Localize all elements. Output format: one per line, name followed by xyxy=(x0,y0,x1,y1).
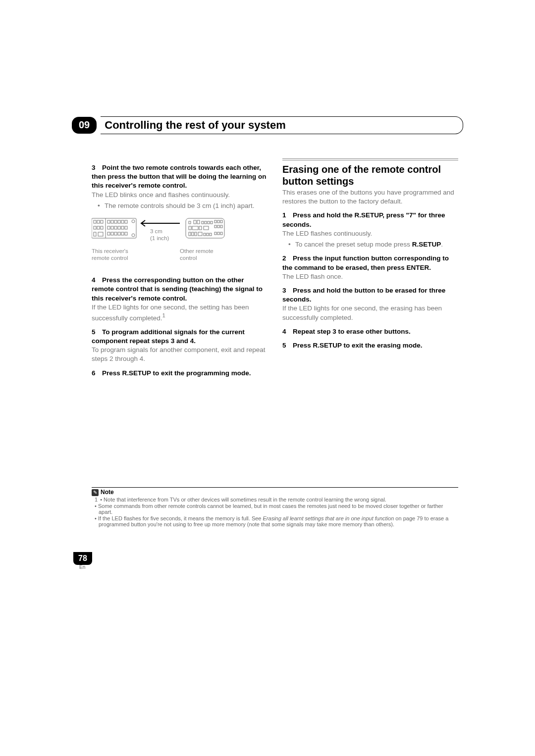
svg-point-3 xyxy=(132,234,135,237)
diagram-distance: 3 cm (1 inch) xyxy=(150,228,169,242)
svg-rect-20 xyxy=(114,226,117,229)
svg-rect-45 xyxy=(204,226,209,230)
footnote-2: • Some commands from other remote contro… xyxy=(92,503,458,515)
footnote-3: • If the LED flashes for five seconds, i… xyxy=(92,515,458,527)
step-5-result: To program signals for another component… xyxy=(92,346,268,363)
svg-rect-26 xyxy=(114,232,117,235)
diagram-label-right: Other remote control xyxy=(180,248,229,262)
content-columns: 3 Point the two remote controls towards … xyxy=(92,158,458,378)
svg-rect-47 xyxy=(217,225,219,228)
right-column: Erasing one of the remote control button… xyxy=(282,158,458,378)
svg-rect-28 xyxy=(121,232,124,235)
svg-rect-34 xyxy=(197,220,200,224)
step-6-instruction: 6 Press R.SETUP to exit the programming … xyxy=(92,369,268,378)
svg-rect-37 xyxy=(208,221,210,224)
svg-rect-7 xyxy=(94,226,96,229)
svg-rect-27 xyxy=(118,232,120,235)
svg-rect-21 xyxy=(118,226,120,229)
remote-diagram: 3 cm (1 inch) This receiver's remote con… xyxy=(92,217,268,262)
svg-rect-13 xyxy=(111,220,113,223)
svg-rect-57 xyxy=(217,232,219,235)
footnote-heading: ✎Note xyxy=(92,489,458,496)
section-heading: Erasing one of the remote control button… xyxy=(282,158,458,187)
chapter-title: Controlling the rest of your system xyxy=(101,116,463,134)
svg-rect-32 xyxy=(189,221,191,224)
svg-rect-52 xyxy=(198,232,202,236)
page-language: En xyxy=(79,564,85,570)
erase-step-4: 4 Repeat step 3 to erase other buttons. xyxy=(282,327,458,336)
svg-rect-39 xyxy=(214,220,216,223)
svg-rect-4 xyxy=(94,220,96,223)
left-column: 3 Point the two remote controls towards … xyxy=(92,158,268,378)
svg-rect-5 xyxy=(97,220,100,223)
svg-rect-11 xyxy=(98,232,103,236)
svg-rect-38 xyxy=(211,221,213,224)
svg-rect-40 xyxy=(217,220,219,223)
svg-rect-24 xyxy=(107,232,110,235)
svg-point-2 xyxy=(132,220,135,223)
svg-rect-54 xyxy=(207,233,209,236)
step-3-instruction: 3 Point the two remote controls towards … xyxy=(92,163,268,191)
svg-rect-50 xyxy=(192,232,194,236)
svg-rect-49 xyxy=(189,232,191,236)
svg-rect-18 xyxy=(107,226,110,229)
step-4-instruction: 4 Press the corresponding button on the … xyxy=(92,276,268,303)
svg-rect-51 xyxy=(195,232,197,236)
step-4-result: If the LED lights for one second, the se… xyxy=(92,303,268,323)
svg-rect-6 xyxy=(101,220,103,223)
svg-rect-48 xyxy=(220,225,222,228)
svg-rect-10 xyxy=(94,232,96,236)
erase-step-1-note: To cancel the preset setup mode press R.… xyxy=(282,240,458,249)
svg-rect-19 xyxy=(111,226,113,229)
erase-step-2: 2 Press the input function button corres… xyxy=(282,254,458,272)
svg-rect-41 xyxy=(220,220,222,223)
svg-rect-53 xyxy=(204,233,206,236)
footnote-1: 1 • Note that interference from TVs or o… xyxy=(92,497,458,503)
svg-rect-55 xyxy=(210,233,212,236)
svg-rect-42 xyxy=(189,226,191,230)
erase-step-2-result: The LED flash once. xyxy=(282,272,458,281)
step-3-note: The remote controls should be 3 cm (1 in… xyxy=(92,202,268,210)
svg-rect-23 xyxy=(125,226,127,229)
footnote-rule xyxy=(92,487,458,488)
svg-rect-16 xyxy=(121,220,124,223)
svg-rect-56 xyxy=(214,232,216,235)
svg-rect-43 xyxy=(192,226,198,230)
erase-step-1-result: The LED flashes continuously. xyxy=(282,229,458,238)
diagram-label-left: This receiver's remote control xyxy=(92,248,146,262)
step-5-instruction: 5 To program additional signals for the … xyxy=(92,328,268,346)
svg-rect-22 xyxy=(121,226,124,229)
manual-page: 09 Controlling the rest of your system 3… xyxy=(0,0,535,756)
chapter-number-badge: 09 xyxy=(72,117,97,134)
svg-rect-9 xyxy=(101,226,103,229)
section-intro: This erases one of the buttons you have … xyxy=(282,188,458,206)
svg-rect-58 xyxy=(220,232,222,235)
erase-step-1: 1 Press and hold the R.SETUP, press "7" … xyxy=(282,211,458,229)
svg-rect-44 xyxy=(199,226,202,230)
erase-step-3-result: If the LED lights for one second, the er… xyxy=(282,304,458,322)
chapter-header: 09 Controlling the rest of your system xyxy=(72,116,463,134)
svg-rect-33 xyxy=(194,220,196,224)
svg-rect-15 xyxy=(118,220,120,223)
step-3-result: The LED blinks once and flashes continuo… xyxy=(92,191,268,200)
erase-step-3: 3 Press and hold the button to be erased… xyxy=(282,286,458,304)
svg-rect-12 xyxy=(107,220,110,223)
svg-rect-35 xyxy=(202,221,204,224)
page-number-badge: 78 xyxy=(73,552,92,565)
footnote-section: ✎Note 1 • Note that interference from TV… xyxy=(92,487,458,528)
note-icon: ✎ xyxy=(92,489,99,496)
svg-rect-36 xyxy=(205,221,207,224)
svg-rect-14 xyxy=(114,220,117,223)
svg-rect-29 xyxy=(125,232,127,235)
erase-step-5: 5 Press R.SETUP to exit the erasing mode… xyxy=(282,341,458,350)
svg-rect-25 xyxy=(111,232,113,235)
svg-rect-46 xyxy=(214,225,216,228)
svg-rect-17 xyxy=(125,220,127,223)
svg-rect-8 xyxy=(97,226,100,229)
